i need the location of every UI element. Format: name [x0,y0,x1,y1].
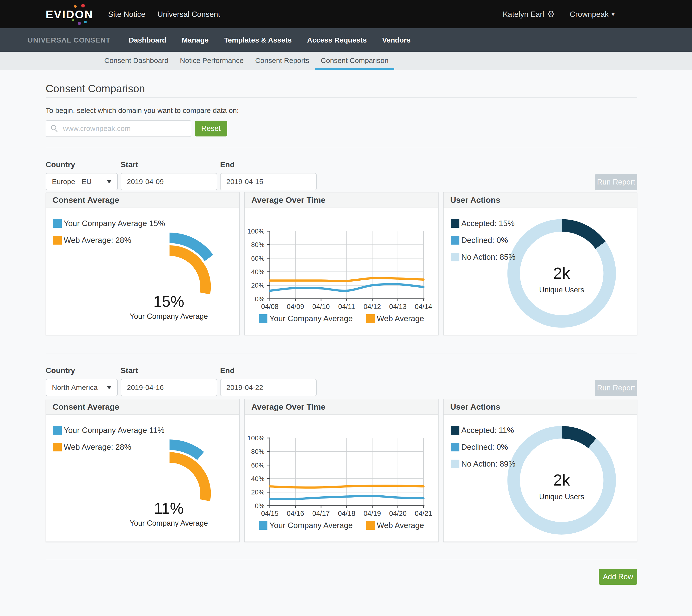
consent-average-panel: Consent Average Your Company Average 11%… [46,399,240,542]
svg-text:04/16: 04/16 [287,510,304,517]
svg-text:04/10: 04/10 [312,303,330,310]
legend-swatch-no-action [451,460,459,468]
tab-consent-comparison[interactable]: Consent Comparison [315,52,394,70]
evidon-logo[interactable]: EVIDON [46,8,93,21]
legend-item: No Action: 89% [451,459,516,468]
consent-average-legend: Your Company Average 11% Web Average: 28… [53,426,165,459]
filter-row-1: Country Europe - EU Start End Run Report [46,160,637,190]
consent-average-panel: Consent Average Your Company Average 15%… [46,192,240,335]
legend-item: No Action: 85% [451,252,516,262]
legend-item: Accepted: 11% [451,426,516,435]
legend-item: Web Average: 28% [53,236,165,245]
tab-notice-performance[interactable]: Notice Performance [174,52,250,70]
end-date-input[interactable] [220,173,317,190]
nav-item-access-requests[interactable]: Access Requests [307,36,367,44]
legend-swatch-declined [451,236,459,245]
tab-consent-dashboard[interactable]: Consent Dashboard [99,52,174,70]
nav-item-dashboard[interactable]: Dashboard [129,36,167,44]
menu-site-notice[interactable]: Site Notice [108,10,145,19]
add-row-button[interactable]: Add Row [599,569,637,585]
country-select[interactable]: Europe - EU [46,173,118,190]
report-row-2: Consent Average Your Company Average 11%… [46,399,637,542]
svg-text:Your Company Average: Your Company Average [130,312,208,321]
svg-text:2k: 2k [553,471,570,489]
country-label: Country [46,160,118,169]
user-actions-legend: Accepted: 15% Declined: 0% No Action: 85… [451,219,516,269]
svg-text:80%: 80% [251,241,264,248]
user-name: Katelyn Earl [503,10,544,19]
start-date-input[interactable] [121,173,217,190]
account-menu[interactable]: Crownpeak ▾ [570,10,614,19]
gear-icon[interactable]: ⚙ [547,10,555,19]
select-caret-icon [107,180,111,183]
legend-swatch-accepted [451,426,459,435]
legend-swatch-declined [451,443,459,452]
start-date-input[interactable] [121,379,217,396]
panel-title: Consent Average [46,193,239,208]
logo-dot-teal [84,21,87,23]
svg-text:0%: 0% [255,295,264,303]
nav-item-templates-assets[interactable]: Templates & Assets [224,36,292,44]
svg-text:100%: 100% [247,434,265,442]
country-label: Country [46,366,118,375]
svg-text:04/15: 04/15 [261,510,279,517]
svg-text:04/08: 04/08 [261,303,279,310]
primary-nav: UNIVERSAL CONSENT Dashboard Manage Templ… [0,28,692,52]
legend-item: Declined: 0% [451,236,516,245]
legend-swatch-company [53,219,62,228]
logo-dot-purple [78,22,81,25]
logo-dot-orange [74,5,77,8]
legend-swatch-company [53,426,62,435]
legend-swatch-web [53,443,62,452]
svg-text:40%: 40% [251,268,264,276]
legend-item: Your Company Average 15% [53,219,165,228]
run-report-button[interactable]: Run Report [595,380,637,396]
run-report-button[interactable]: Run Report [595,174,637,190]
svg-text:60%: 60% [251,255,264,262]
nav-item-manage[interactable]: Manage [182,36,209,44]
legend-swatch-web [366,314,375,323]
nav-section-label: UNIVERSAL CONSENT [28,36,110,44]
svg-text:20%: 20% [251,282,264,289]
average-over-time-panel: Average Over Time 0%20%40%60%80%100%04/0… [244,192,438,335]
country-select[interactable]: North America [46,379,118,396]
end-label: End [220,366,317,375]
logo-dot-green [72,19,74,21]
user-actions-panel: User Actions Accepted: 11% Declined: 0% [443,399,637,542]
user-actions-panel: User Actions Accepted: 15% Declined: 0% [443,192,637,335]
legend-swatch-web [53,236,62,245]
average-over-time-line-chart: 0%20%40%60%80%100%04/0804/0904/1004/1104… [244,208,438,313]
average-over-time-panel: Average Over Time 0%20%40%60%80%100%04/1… [244,399,438,542]
legend-swatch-company [259,314,267,323]
panel-title: Consent Average [46,399,239,415]
legend-swatch-accepted [451,219,459,228]
user-menu[interactable]: Katelyn Earl ⚙ [503,10,555,19]
svg-text:Unique Users: Unique Users [539,492,584,501]
svg-text:11%: 11% [154,500,183,517]
nav-item-vendors[interactable]: Vendors [382,36,410,44]
start-label: Start [121,160,217,169]
legend-swatch-web [366,521,375,530]
svg-text:60%: 60% [251,462,264,469]
report-row-1: Consent Average Your Company Average 15%… [46,192,637,335]
svg-text:40%: 40% [251,475,264,482]
top-app-bar: EVIDON Site Notice Universal Consent Kat… [0,0,692,28]
svg-text:04/14: 04/14 [415,303,432,310]
end-date-input[interactable] [220,379,317,396]
svg-text:Unique Users: Unique Users [539,286,584,294]
svg-text:04/11: 04/11 [338,303,355,310]
reset-button[interactable]: Reset [195,120,227,136]
logo-dot-red [81,4,85,7]
svg-text:04/17: 04/17 [312,510,330,517]
search-icon [51,125,57,131]
legend-item: Your Company Average 11% [53,426,165,435]
main-content: Consent Comparison To begin, select whic… [0,70,683,585]
domain-search-input[interactable] [46,120,191,137]
legend-swatch-no-action [451,253,459,261]
line-chart-legend: Your Company Average Web Average [259,314,424,323]
svg-text:04/20: 04/20 [389,510,407,517]
user-actions-legend: Accepted: 11% Declined: 0% No Action: 89… [451,426,516,476]
svg-text:15%: 15% [154,293,184,310]
menu-universal-consent[interactable]: Universal Consent [157,10,220,19]
tab-consent-reports[interactable]: Consent Reports [250,52,315,70]
